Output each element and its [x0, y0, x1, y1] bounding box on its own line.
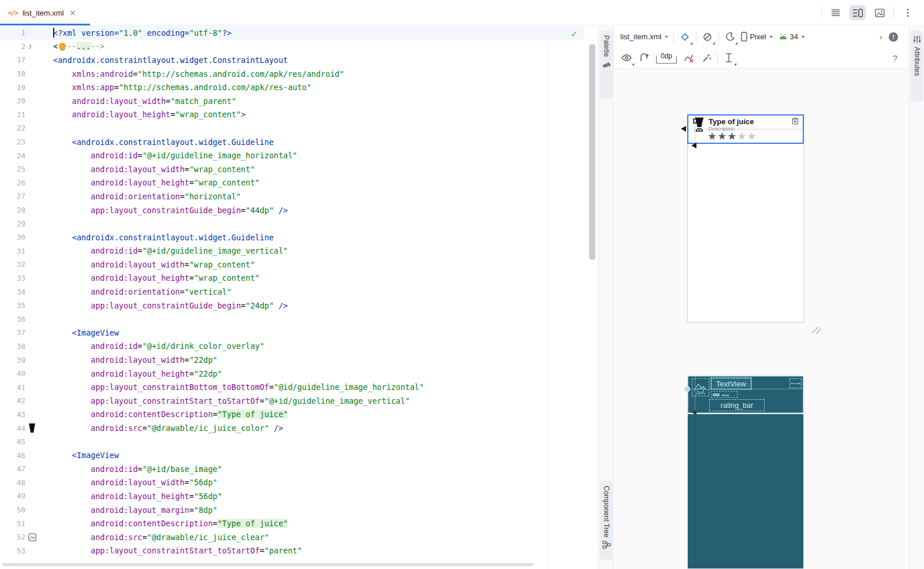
autoconnect-button[interactable]: [638, 51, 650, 64]
code-text[interactable]: <ImageView: [53, 328, 119, 337]
constraint-anchor-left-icon[interactable]: [681, 126, 686, 132]
code-line[interactable]: 22: [0, 121, 584, 135]
clear-constraints-button[interactable]: [683, 51, 695, 64]
code-line[interactable]: 28 app:layout_constraintGuide_begin="44d…: [0, 203, 584, 217]
design-file-selector[interactable]: list_item.xml ▼: [620, 32, 669, 41]
canvas-resize-handle[interactable]: [811, 325, 822, 334]
code-text[interactable]: android:id="@+id/base_image": [53, 464, 222, 474]
code-text[interactable]: android:src="@drawable/ic_juice_color" /…: [53, 423, 283, 433]
code-line[interactable]: 18 xmlns:android="http://schemas.android…: [0, 67, 584, 81]
drawable-preview-icon[interactable]: [28, 533, 36, 541]
design-view-button[interactable]: [871, 5, 888, 20]
code-line[interactable]: 20 android:layout_width="match_parent": [0, 94, 584, 108]
palette-tab[interactable]: Palette: [600, 31, 613, 99]
code-line[interactable]: 36: [0, 312, 584, 326]
code-line[interactable]: 19 xmlns:app="http://schemas.android.com…: [0, 80, 584, 94]
attributes-tab[interactable]: Attributes: [911, 31, 923, 101]
code-text[interactable]: android:contentDescription="Type of juic…: [53, 410, 288, 419]
editor-horizontal-scrollbar[interactable]: [2, 563, 534, 566]
code-text[interactable]: <--...-->: [53, 42, 105, 51]
code-line[interactable]: 45: [0, 435, 584, 449]
fold-chevron-icon[interactable]: ❯: [28, 43, 32, 50]
issue-panel-button[interactable]: !: [887, 31, 900, 43]
code-text[interactable]: app:layout_constraintGuide_begin="44dp" …: [53, 206, 288, 215]
code-text[interactable]: android:layout_height="wrap_content": [53, 273, 260, 282]
preview-rating-bar[interactable]: ★★★★★: [707, 130, 757, 143]
code-text[interactable]: <androidx.constraintlayout.widget.Guidel…: [53, 233, 274, 242]
toolbar-overflow-chevron[interactable]: ›: [880, 32, 882, 42]
blueprint-rating-bar[interactable]: rating_bar: [709, 399, 765, 411]
code-text[interactable]: app:layout_constraintGuide_begin="24dp" …: [53, 301, 288, 310]
code-line[interactable]: 1<?xml version="1.0" encoding="utf-8"?>: [0, 26, 584, 40]
blueprint-delete-imageview[interactable]: [789, 378, 802, 388]
blueprint-description-textview[interactable]: [711, 391, 737, 398]
code-text[interactable]: android:src="@drawable/ic_juice_clear": [53, 533, 269, 542]
code-line[interactable]: 31 android:id="@+id/guideline_image_vert…: [0, 244, 584, 258]
code-line[interactable]: 43 android:contentDescription="Type of j…: [0, 408, 584, 422]
code-text[interactable]: <androidx.constraintlayout.widget.Constr…: [53, 55, 288, 65]
code-line[interactable]: 34 android:orientation="vertical": [0, 285, 584, 299]
inspections-ok-icon[interactable]: ✓: [571, 29, 578, 39]
intention-bulb-icon[interactable]: [59, 43, 66, 50]
code-text[interactable]: android:contentDescription="Type of juic…: [53, 519, 288, 528]
pack-align-button[interactable]: [722, 51, 735, 64]
code-line[interactable]: 39 android:layout_width="22dp": [0, 353, 584, 367]
blender-icon[interactable]: [693, 117, 706, 133]
code-text[interactable]: android:layout_width="match_parent": [53, 96, 236, 106]
code-line[interactable]: 37 <ImageView: [0, 326, 584, 340]
default-margin-control[interactable]: 0dp: [655, 51, 678, 65]
tab-close-icon[interactable]: ✕: [69, 9, 76, 17]
code-line[interactable]: 44 android:src="@drawable/ic_juice_color…: [0, 421, 584, 435]
code-text[interactable]: android:layout_height="wrap_content">: [53, 110, 245, 119]
code-line[interactable]: 27 android:orientation="horizontal": [0, 189, 584, 203]
delete-imageview-icon[interactable]: [792, 117, 799, 125]
code-line[interactable]: 17<androidx.constraintlayout.widget.Cons…: [0, 53, 584, 67]
code-text[interactable]: <androidx.constraintlayout.widget.Guidel…: [53, 137, 274, 147]
code-text[interactable]: app:layout_constraintStart_toStartOf="pa…: [53, 546, 302, 555]
code-text[interactable]: app:layout_constraintStart_toStartOf="@+…: [53, 396, 410, 406]
code-text[interactable]: android:orientation="horizontal": [53, 192, 241, 201]
star-empty-icon[interactable]: ★: [747, 131, 757, 142]
code-line[interactable]: 46 <ImageView: [0, 448, 584, 462]
code-text[interactable]: android:id="@+id/drink_color_overlay": [53, 341, 264, 351]
code-text[interactable]: xmlns:app="http://schemas.android.com/ap…: [53, 83, 311, 92]
tab-list-item-xml[interactable]: </> list_item.xml ✕: [0, 0, 90, 25]
code-line[interactable]: 40 android:layout_height="22dp": [0, 367, 584, 381]
infer-constraints-button[interactable]: [700, 51, 713, 64]
code-line[interactable]: 38 android:id="@+id/drink_color_overlay": [0, 340, 584, 354]
code-line[interactable]: 53 app:layout_constraintStart_toStartOf=…: [0, 544, 584, 558]
code-text[interactable]: android:layout_height="wrap_content": [53, 178, 260, 187]
api-selector[interactable]: 34 ▼: [778, 32, 806, 41]
code-line[interactable]: 30 <androidx.constraintlayout.widget.Gui…: [0, 230, 584, 244]
code-line[interactable]: 26 android:layout_height="wrap_content": [0, 176, 584, 190]
editor-vertical-scrollbar[interactable]: [589, 44, 595, 260]
code-line[interactable]: 52 android:src="@drawable/ic_juice_clear…: [0, 530, 584, 544]
juice-drawable-preview-icon[interactable]: [28, 423, 36, 433]
code-line[interactable]: 41 app:layout_constraintBottom_toBottomO…: [0, 380, 584, 394]
code-line[interactable]: 51 android:contentDescription="Type of j…: [0, 516, 584, 530]
blueprint-device-frame[interactable]: TextView rating_bar: [687, 375, 804, 569]
preview-title-textview[interactable]: Type of juice: [709, 117, 754, 126]
code-view-button[interactable]: [828, 5, 844, 20]
constraint-anchor-bottom-icon[interactable]: [691, 143, 696, 148]
device-selector[interactable]: Pixel ▼: [741, 32, 773, 42]
code-line[interactable]: 49 android:layout_height="56dp": [0, 489, 584, 503]
code-text[interactable]: android:layout_margin="8dp": [53, 505, 217, 515]
orientation-button[interactable]: [701, 31, 714, 43]
star-filled-icon[interactable]: ★: [707, 131, 717, 142]
view-options-button[interactable]: [620, 51, 633, 64]
help-button[interactable]: ?: [893, 53, 897, 63]
component-tree-tab[interactable]: Component Tree: [600, 481, 613, 560]
code-line[interactable]: 25 android:layout_width="wrap_content": [0, 162, 584, 176]
split-view-button[interactable]: [850, 5, 866, 20]
code-text[interactable]: android:layout_height="56dp": [53, 492, 222, 501]
code-line[interactable]: 29: [0, 217, 584, 230]
code-text[interactable]: xmlns:android="http://schemas.android.co…: [53, 69, 344, 79]
design-surface-selector-button[interactable]: [679, 31, 691, 43]
code-line[interactable]: 48 android:layout_width="56dp": [0, 476, 584, 490]
blueprint-left-anchor-handle[interactable]: [684, 386, 690, 392]
star-empty-icon[interactable]: ★: [737, 131, 747, 142]
code-text[interactable]: app:layout_constraintBottom_toBottomOf="…: [53, 382, 424, 392]
code-line[interactable]: 24 android:id="@+id/guideline_image_hori…: [0, 148, 584, 162]
code-text[interactable]: android:orientation="vertical": [53, 287, 232, 296]
